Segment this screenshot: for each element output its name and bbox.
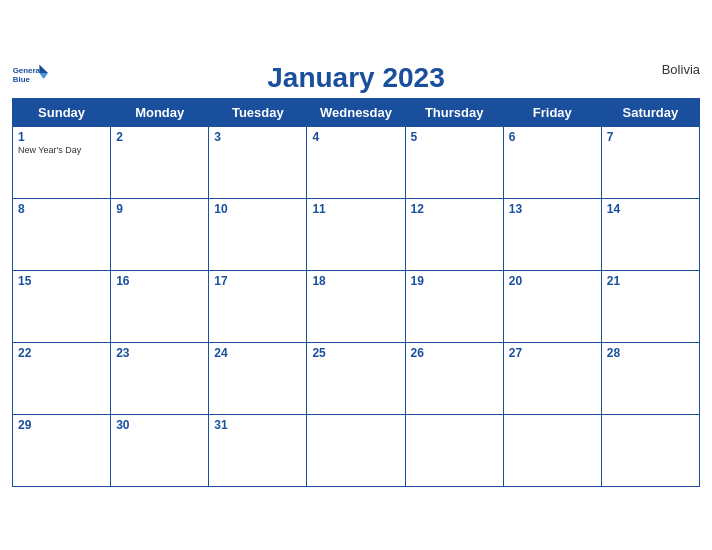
day-number: 21 (607, 274, 694, 288)
calendar-day-cell: 22 (13, 342, 111, 414)
calendar-day-cell: 15 (13, 270, 111, 342)
calendar-day-cell (503, 414, 601, 486)
calendar-day-cell: 6 (503, 126, 601, 198)
day-number: 25 (312, 346, 399, 360)
country-label: Bolivia (662, 62, 700, 77)
day-number: 8 (18, 202, 105, 216)
day-number: 7 (607, 130, 694, 144)
calendar-day-cell: 18 (307, 270, 405, 342)
day-number: 24 (214, 346, 301, 360)
calendar-day-cell: 17 (209, 270, 307, 342)
day-number: 23 (116, 346, 203, 360)
calendar-day-cell: 2 (111, 126, 209, 198)
calendar-day-cell: 29 (13, 414, 111, 486)
svg-text:General: General (13, 66, 42, 75)
day-number: 17 (214, 274, 301, 288)
calendar-day-cell: 10 (209, 198, 307, 270)
calendar-day-cell: 26 (405, 342, 503, 414)
weekday-header-row: Sunday Monday Tuesday Wednesday Thursday… (13, 98, 700, 126)
brand-icon: General Blue (12, 62, 48, 90)
calendar-day-cell: 1New Year's Day (13, 126, 111, 198)
day-number: 31 (214, 418, 301, 432)
calendar-day-cell (405, 414, 503, 486)
calendar-day-cell: 7 (601, 126, 699, 198)
day-number: 20 (509, 274, 596, 288)
calendar-day-cell: 5 (405, 126, 503, 198)
header-tuesday: Tuesday (209, 98, 307, 126)
header-sunday: Sunday (13, 98, 111, 126)
calendar-container: General Blue January 2023 Bolivia Sunday… (0, 52, 712, 499)
holiday-label: New Year's Day (18, 145, 105, 155)
calendar-day-cell: 8 (13, 198, 111, 270)
calendar-day-cell: 25 (307, 342, 405, 414)
day-number: 15 (18, 274, 105, 288)
day-number: 10 (214, 202, 301, 216)
calendar-day-cell: 24 (209, 342, 307, 414)
calendar-day-cell: 3 (209, 126, 307, 198)
calendar-day-cell: 16 (111, 270, 209, 342)
calendar-day-cell: 21 (601, 270, 699, 342)
day-number: 27 (509, 346, 596, 360)
calendar-title: January 2023 (12, 62, 700, 94)
svg-marker-3 (39, 73, 48, 79)
day-number: 22 (18, 346, 105, 360)
day-number: 18 (312, 274, 399, 288)
calendar-week-row: 15161718192021 (13, 270, 700, 342)
calendar-day-cell: 12 (405, 198, 503, 270)
calendar-thead: Sunday Monday Tuesday Wednesday Thursday… (13, 98, 700, 126)
day-number: 1 (18, 130, 105, 144)
day-number: 9 (116, 202, 203, 216)
calendar-day-cell: 11 (307, 198, 405, 270)
calendar-day-cell: 31 (209, 414, 307, 486)
header-monday: Monday (111, 98, 209, 126)
day-number: 14 (607, 202, 694, 216)
calendar-week-row: 293031 (13, 414, 700, 486)
calendar-day-cell: 28 (601, 342, 699, 414)
day-number: 2 (116, 130, 203, 144)
calendar-day-cell: 19 (405, 270, 503, 342)
calendar-day-cell: 23 (111, 342, 209, 414)
calendar-day-cell: 30 (111, 414, 209, 486)
header-friday: Friday (503, 98, 601, 126)
calendar-header: General Blue January 2023 Bolivia (12, 62, 700, 94)
day-number: 16 (116, 274, 203, 288)
day-number: 29 (18, 418, 105, 432)
header-thursday: Thursday (405, 98, 503, 126)
day-number: 3 (214, 130, 301, 144)
calendar-day-cell: 9 (111, 198, 209, 270)
day-number: 4 (312, 130, 399, 144)
calendar-week-row: 1New Year's Day234567 (13, 126, 700, 198)
header-saturday: Saturday (601, 98, 699, 126)
calendar-day-cell (307, 414, 405, 486)
svg-text:Blue: Blue (13, 74, 31, 83)
calendar-day-cell (601, 414, 699, 486)
day-number: 26 (411, 346, 498, 360)
day-number: 28 (607, 346, 694, 360)
day-number: 12 (411, 202, 498, 216)
calendar-week-row: 891011121314 (13, 198, 700, 270)
calendar-day-cell: 20 (503, 270, 601, 342)
day-number: 30 (116, 418, 203, 432)
day-number: 11 (312, 202, 399, 216)
header-wednesday: Wednesday (307, 98, 405, 126)
calendar-week-row: 22232425262728 (13, 342, 700, 414)
calendar-body: 1New Year's Day2345678910111213141516171… (13, 126, 700, 486)
calendar-day-cell: 13 (503, 198, 601, 270)
day-number: 5 (411, 130, 498, 144)
brand-logo-area: General Blue (12, 62, 48, 91)
calendar-day-cell: 27 (503, 342, 601, 414)
day-number: 19 (411, 274, 498, 288)
day-number: 6 (509, 130, 596, 144)
calendar-day-cell: 4 (307, 126, 405, 198)
calendar-table: Sunday Monday Tuesday Wednesday Thursday… (12, 98, 700, 487)
day-number: 13 (509, 202, 596, 216)
calendar-day-cell: 14 (601, 198, 699, 270)
